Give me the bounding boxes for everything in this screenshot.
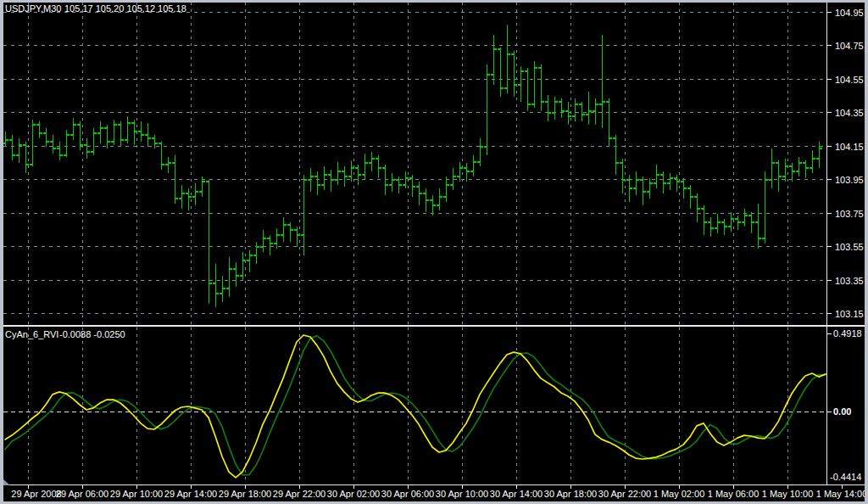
price-chart-area[interactable] (3, 3, 826, 324)
frame-right (865, 0, 868, 504)
frame-left (0, 0, 3, 504)
chart-window: 104.95104.75104.55104.35104.15103.95103.… (0, 0, 868, 504)
indicator-chart-area[interactable] (3, 327, 826, 484)
price-scale-area[interactable] (827, 3, 865, 484)
time-scale-area[interactable] (3, 485, 865, 501)
frame-top (0, 0, 868, 3)
